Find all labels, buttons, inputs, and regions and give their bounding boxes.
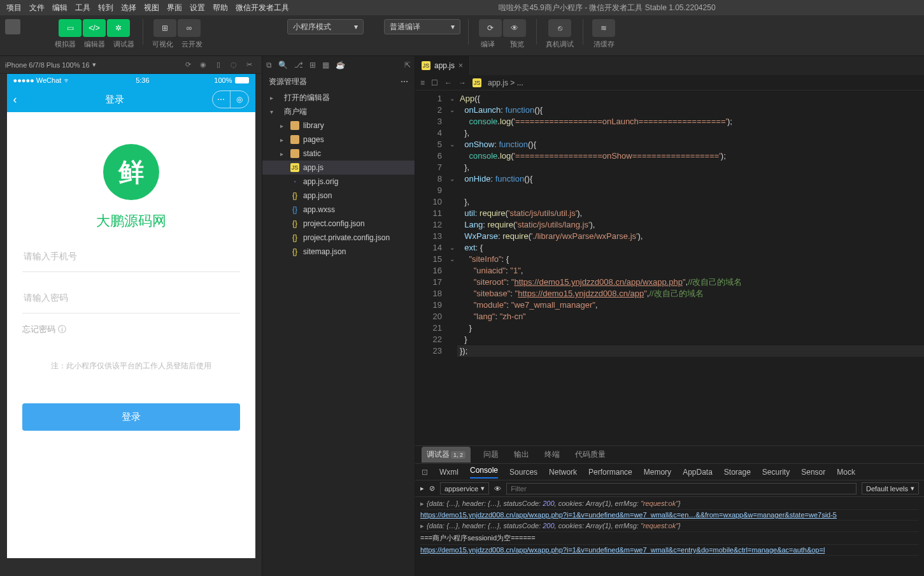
menu-文件[interactable]: 文件 bbox=[25, 1, 48, 15]
fold-line-17[interactable] bbox=[447, 277, 457, 288]
clear-cache-button[interactable]: ≋ bbox=[592, 19, 615, 37]
search-icon[interactable]: 🔍 bbox=[278, 61, 288, 69]
compile-mode-dropdown[interactable]: 普通编译▾ bbox=[384, 19, 460, 34]
cloud-dev-button[interactable]: ∞ bbox=[178, 19, 201, 37]
layout-icon[interactable]: ▦ bbox=[322, 61, 329, 69]
devtools-tab-network[interactable]: Network bbox=[549, 468, 577, 477]
fold-line-20[interactable] bbox=[447, 311, 457, 322]
mute-icon[interactable]: ◌ bbox=[226, 57, 241, 73]
preview-button[interactable]: 👁 bbox=[503, 19, 526, 37]
more-icon[interactable]: ⋯ bbox=[401, 77, 408, 86]
tree-item-app.json[interactable]: {}app.json bbox=[262, 189, 415, 203]
refresh-icon[interactable]: ⟳ bbox=[180, 57, 195, 73]
code-editor[interactable]: 1234567891011121314151617181920212223 ⌄⌄… bbox=[415, 90, 924, 445]
device-icon[interactable]: ▯ bbox=[211, 57, 226, 73]
menu-工具[interactable]: 工具 bbox=[71, 1, 94, 15]
code-content[interactable]: App({ onLaunch: function(){ console.log(… bbox=[457, 90, 924, 445]
devtools-tab-storage[interactable]: Storage bbox=[724, 468, 751, 477]
fold-line-10[interactable] bbox=[447, 196, 457, 208]
tree-item-project.private.config.json[interactable]: {}project.private.config.json bbox=[262, 231, 415, 245]
tree-item-app.js.orig[interactable]: ▫app.js.orig bbox=[262, 175, 415, 189]
fold-line-19[interactable] bbox=[447, 299, 457, 311]
fold-line-23[interactable] bbox=[447, 345, 457, 357]
phone-input[interactable]: 请输入手机号 bbox=[22, 242, 240, 272]
tree-item-static[interactable]: ▸static bbox=[262, 147, 415, 161]
breadcrumb-path[interactable]: app.js > ... bbox=[488, 78, 523, 87]
tree-item-app.wxss[interactable]: {}app.wxss bbox=[262, 203, 415, 217]
tree-item-library[interactable]: ▸library bbox=[262, 119, 415, 133]
extensions-icon[interactable]: ⊞ bbox=[309, 61, 316, 69]
files-icon[interactable]: ⧉ bbox=[266, 61, 272, 69]
tree-item-pages[interactable]: ▸pages bbox=[262, 133, 415, 147]
fold-line-6[interactable] bbox=[447, 150, 457, 162]
console-line[interactable]: ▸{data: {…}, header: {…}, statusCode: 20… bbox=[420, 521, 919, 532]
expand-icon[interactable]: ⇱ bbox=[404, 61, 411, 69]
mode-dropdown[interactable]: 小程序模式▾ bbox=[287, 19, 364, 34]
fold-line-21[interactable] bbox=[447, 322, 457, 334]
panel-tab-输出[interactable]: 输出 bbox=[511, 447, 532, 463]
devtools-tab-performance[interactable]: Performance bbox=[588, 468, 632, 477]
fold-line-11[interactable] bbox=[447, 208, 457, 219]
devtools-tab-appdata[interactable]: AppData bbox=[683, 468, 713, 477]
devtools-tab-memory[interactable]: Memory bbox=[644, 468, 671, 477]
panel-tab-终端[interactable]: 终端 bbox=[542, 447, 562, 463]
tree-item-project.config.json[interactable]: {}project.config.json bbox=[262, 217, 415, 231]
console-body[interactable]: ▸{data: {…}, header: {…}, statusCode: 20… bbox=[415, 497, 924, 576]
devtools-tab-console[interactable]: Console bbox=[470, 466, 498, 479]
tree-item-app.js[interactable]: JSapp.js bbox=[262, 161, 415, 175]
chevron-down-icon[interactable]: ▾ bbox=[92, 61, 96, 69]
remote-debug-button[interactable]: ⎋ bbox=[548, 19, 571, 37]
fold-line-5[interactable]: ⌄ bbox=[447, 139, 457, 150]
cut-icon[interactable]: ✂ bbox=[241, 57, 257, 73]
fold-line-22[interactable] bbox=[447, 334, 457, 345]
console-clear-icon[interactable]: ⊘ bbox=[429, 484, 435, 493]
simulator-toggle[interactable]: ▭ bbox=[59, 19, 82, 37]
fold-line-7[interactable] bbox=[447, 162, 457, 173]
tree-item-商户端[interactable]: ▾商户端 bbox=[262, 104, 415, 119]
devtools-tab-sensor[interactable]: Sensor bbox=[801, 468, 825, 477]
devtools-tab-wxml[interactable]: Wxml bbox=[439, 468, 458, 477]
capsule-close-icon[interactable]: ◎ bbox=[231, 91, 248, 108]
tree-item-sitemap.json[interactable]: {}sitemap.json bbox=[262, 245, 415, 259]
menu-选择[interactable]: 选择 bbox=[117, 1, 140, 15]
menu-视图[interactable]: 视图 bbox=[140, 1, 163, 15]
forward-icon[interactable]: → bbox=[458, 78, 466, 87]
menu-界面[interactable]: 界面 bbox=[163, 1, 186, 15]
panel-tab-调试器[interactable]: 调试器1, 2 bbox=[422, 447, 471, 463]
compile-button[interactable]: ⟳ bbox=[479, 19, 502, 37]
eye-icon[interactable]: 👁 bbox=[494, 485, 501, 493]
inspect-icon[interactable]: ⊡ bbox=[422, 468, 428, 477]
record-icon[interactable]: ◉ bbox=[195, 57, 211, 73]
menu-微信开发者工具[interactable]: 微信开发者工具 bbox=[232, 1, 293, 15]
fold-line-3[interactable] bbox=[447, 116, 457, 127]
console-line[interactable]: ===商户小程序sessionid为空====== bbox=[420, 532, 919, 545]
fold-line-1[interactable]: ⌄ bbox=[447, 93, 457, 104]
console-line[interactable]: https://demo15.ynjdzzd008.cn/app/wxapp.p… bbox=[420, 545, 919, 556]
fold-line-12[interactable] bbox=[447, 219, 457, 231]
menu-帮助[interactable]: 帮助 bbox=[209, 1, 232, 15]
close-icon[interactable]: × bbox=[458, 61, 463, 70]
debugger-toggle[interactable]: ✲ bbox=[107, 19, 130, 37]
forgot-password-link[interactable]: 忘记密码ⓘ bbox=[22, 324, 66, 335]
bookmark-icon[interactable]: ☐ bbox=[431, 78, 438, 87]
fold-line-15[interactable]: ⌄ bbox=[447, 254, 457, 265]
menu-项目[interactable]: 项目 bbox=[3, 1, 25, 15]
menu-编辑[interactable]: 编辑 bbox=[48, 1, 71, 15]
devtools-tab-mock[interactable]: Mock bbox=[837, 468, 855, 477]
levels-dropdown[interactable]: Default levels ▾ bbox=[862, 482, 919, 494]
fold-line-13[interactable] bbox=[447, 231, 457, 242]
devtools-tab-security[interactable]: Security bbox=[762, 468, 790, 477]
filter-input[interactable] bbox=[506, 483, 856, 494]
panel-tab-代码质量[interactable]: 代码质量 bbox=[572, 447, 608, 463]
panel-tab-问题[interactable]: 问题 bbox=[481, 447, 501, 463]
console-line[interactable]: https://demo15.ynjdzzd008.cn/app/wxapp.p… bbox=[420, 510, 919, 521]
back-icon[interactable]: ← bbox=[444, 78, 452, 87]
editor-toggle[interactable]: </> bbox=[83, 19, 106, 37]
editor-tab-appjs[interactable]: JS app.js × bbox=[415, 56, 470, 75]
context-dropdown[interactable]: appservice ▾ bbox=[440, 482, 489, 494]
capsule-menu-icon[interactable]: ⋯ bbox=[213, 91, 231, 108]
fold-line-4[interactable] bbox=[447, 127, 457, 139]
devtools-tab-sources[interactable]: Sources bbox=[509, 468, 537, 477]
list-icon[interactable]: ≡ bbox=[420, 78, 425, 87]
menu-设置[interactable]: 设置 bbox=[186, 1, 209, 15]
